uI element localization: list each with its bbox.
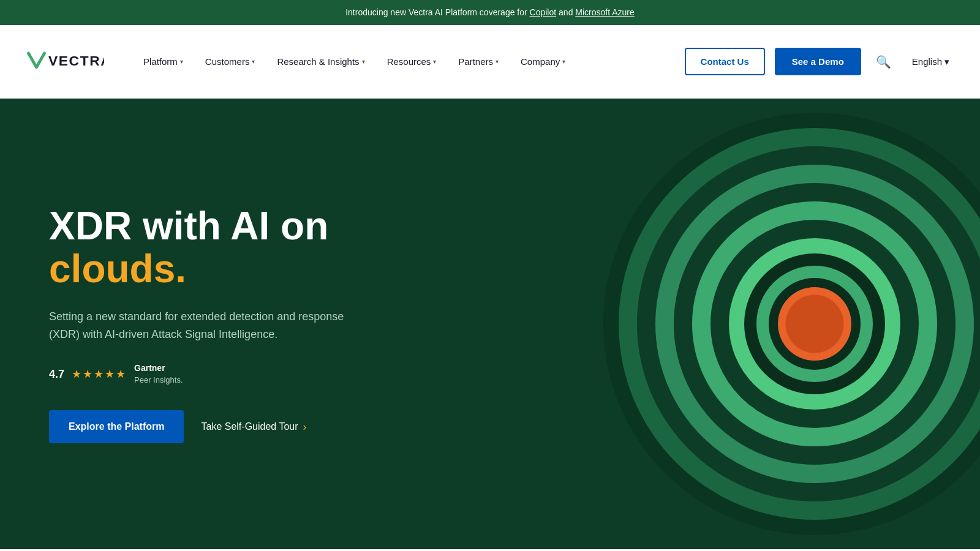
self-guided-tour-button[interactable]: Take Self-Guided Tour › [201,421,306,433]
nav-resources[interactable]: Resources ▾ [379,51,445,72]
nav-platform[interactable]: Platform ▾ [135,51,192,72]
search-button[interactable]: 🔍 [871,50,896,74]
arrow-icon: › [303,421,307,433]
see-demo-button[interactable]: See a Demo [775,48,861,75]
navbar: VECTRA Platform ▾ Customers ▾ Research &… [0,25,980,99]
language-label: English [912,56,942,67]
hero-section: XDR with AI on clouds. Setting a new sta… [0,99,980,549]
platform-chevron-icon: ▾ [180,58,183,65]
research-chevron-icon: ▾ [362,58,365,65]
concentric-circles [600,110,980,538]
gartner-label: Gartner Peer Insights. [134,362,183,386]
hero-subtext: Setting a new standard for extended dete… [49,308,368,343]
announcement-text: Introducing new Vectra AI Platform cover… [345,7,529,17]
logo[interactable]: VECTRA [24,48,104,75]
circle-orange-inner [786,295,844,353]
gartner-badge: 4.7 ★★★★★ Gartner Peer Insights. [49,362,368,386]
resources-chevron-icon: ▾ [433,58,436,65]
company-chevron-icon: ▾ [562,58,565,65]
navbar-actions: Contact Us See a Demo 🔍 English ▾ [685,48,956,75]
nav-partners[interactable]: Partners ▾ [450,51,507,72]
hero-content: XDR with AI on clouds. Setting a new sta… [0,204,417,443]
partners-chevron-icon: ▾ [496,58,499,65]
gartner-rating: 4.7 [49,368,64,381]
nav-customers[interactable]: Customers ▾ [197,51,264,72]
main-nav: Platform ▾ Customers ▾ Research & Insigh… [135,51,685,72]
announcement-text-mid: and [556,7,575,17]
azure-link[interactable]: Microsoft Azure [575,7,634,17]
hero-visual [600,110,980,538]
nav-company[interactable]: Company ▾ [512,51,574,72]
contact-us-button[interactable]: Contact Us [685,48,765,75]
search-icon: 🔍 [876,55,891,69]
nav-research[interactable]: Research & Insights ▾ [268,51,373,72]
customers-chevron-icon: ▾ [252,58,255,65]
language-chevron-icon: ▾ [944,56,949,67]
hero-cta: Explore the Platform Take Self-Guided To… [49,410,368,443]
explore-platform-button[interactable]: Explore the Platform [49,410,184,443]
language-selector[interactable]: English ▾ [906,51,956,72]
star-rating: ★★★★★ [72,367,127,381]
hero-heading: XDR with AI on clouds. [49,204,368,291]
svg-text:VECTRA: VECTRA [48,53,104,69]
announcement-banner: Introducing new Vectra AI Platform cover… [0,0,980,25]
copilot-link[interactable]: Copilot [530,7,557,17]
